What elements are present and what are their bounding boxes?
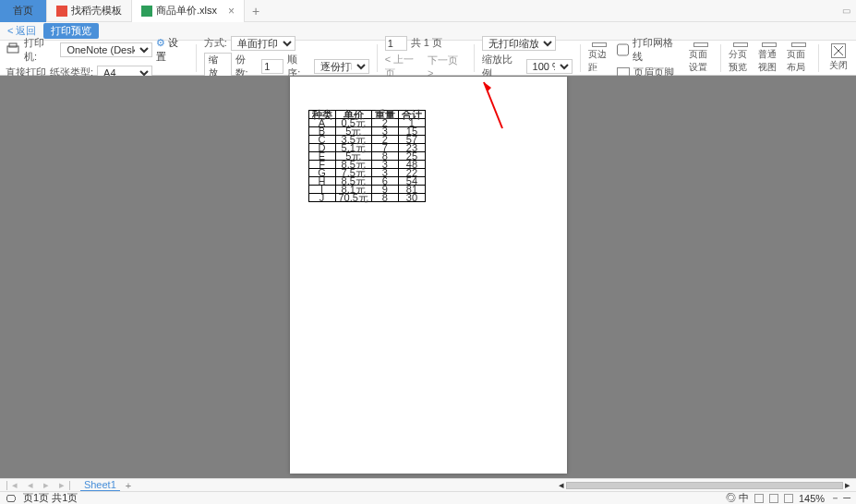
printer-select[interactable]: OneNote (Desktop) (60, 42, 152, 57)
order-select[interactable]: 逐份打印 (314, 59, 369, 74)
stats-icon[interactable]: ◎ 中 (726, 491, 749, 504)
print-toolbar: 打印机: OneNote (Desktop) ⚙ 设置 直接打印 纸张类型: A… (0, 41, 856, 76)
margin-button[interactable]: 页边距 (588, 42, 612, 74)
page-total-label: 共 1 页 (411, 36, 442, 50)
gridline-checkbox[interactable] (617, 42, 629, 57)
ratio-select[interactable]: 100 % (526, 59, 573, 74)
svg-rect-1 (141, 6, 152, 17)
close-preview-button[interactable]: 关闭 (826, 42, 850, 74)
new-tab-button[interactable]: + (245, 4, 267, 18)
sheet-nav-icons[interactable]: |◂ ◂ ▸ ▸| (6, 479, 75, 491)
pdf-icon (56, 6, 67, 17)
window-tabs: 首页 找稻壳模板 商品单价.xlsx × + ▭ (0, 0, 856, 22)
page-setup-button[interactable]: 页面设置 (689, 42, 713, 74)
zoom-out-button[interactable]: － ─ (830, 491, 850, 504)
mode-label: 方式: (204, 36, 227, 50)
printer-label: 打印机: (24, 36, 56, 64)
gridline-label: 打印网格线 (633, 36, 683, 64)
margin-icon (592, 42, 607, 47)
page-input[interactable] (385, 36, 407, 51)
window-control-icon[interactable]: ▭ (842, 6, 850, 16)
mode-select[interactable]: 单面打印 (231, 36, 295, 51)
layout-icon (791, 42, 806, 47)
sheet-tab-bar: |◂ ◂ ▸ ▸| Sheet1 + ◂▸ (0, 478, 856, 491)
svg-rect-0 (56, 6, 67, 17)
printer-icon (6, 42, 20, 57)
copies-input[interactable] (261, 59, 283, 74)
table-row: J70.5元830 (308, 194, 425, 202)
normal-icon (762, 42, 777, 47)
preview-canvas: 种类单价重量合计 A0.5元21B5元315C3.5元257D5.1元723E5… (0, 76, 856, 478)
tab-file[interactable]: 商品单价.xlsx × (132, 0, 245, 22)
pagebreak-icon (733, 42, 748, 47)
page-status: 页1页 共1页 (23, 491, 78, 504)
sheet-tab[interactable]: Sheet1 (80, 479, 120, 492)
zoom-label: 145% (799, 493, 825, 504)
tab-template-label: 找稻壳模板 (71, 4, 122, 18)
data-table: 种类单价重量合计 A0.5元21B5元315C3.5元257D5.1元723E5… (308, 110, 426, 202)
next-page-button[interactable]: 下一页 > (428, 54, 466, 78)
tab-home-label: 首页 (13, 4, 33, 18)
close-preview-icon (831, 43, 846, 58)
status-bar: 🖵 页1页 共1页 ◎ 中 145% － ─ (0, 491, 856, 504)
add-sheet-button[interactable]: + (126, 480, 131, 491)
layout-button[interactable]: 页面布局 (787, 42, 811, 74)
pagebreak-button[interactable]: 分页预览 (729, 42, 753, 74)
tab-file-label: 商品单价.xlsx (156, 4, 217, 18)
pagesetup-icon (693, 42, 708, 47)
tab-home[interactable]: 首页 (0, 0, 47, 22)
view-mode-2[interactable] (769, 494, 778, 503)
view-mode-1[interactable] (754, 494, 764, 503)
settings-button[interactable]: ⚙ 设置 (156, 36, 187, 64)
scale-select[interactable]: 无打印缩放 (482, 36, 556, 51)
close-icon[interactable]: × (228, 5, 235, 18)
page-preview: 种类单价重量合计 A0.5元21B5元315C3.5元257D5.1元723E5… (290, 77, 567, 474)
print-hint-icon: 🖵 (6, 493, 16, 504)
view-mode-3[interactable] (784, 494, 793, 503)
h-scrollbar[interactable]: ◂▸ (559, 479, 850, 491)
normal-view-button[interactable]: 普通视图 (758, 42, 782, 74)
xls-icon (141, 6, 152, 17)
tab-template[interactable]: 找稻壳模板 (47, 0, 132, 22)
